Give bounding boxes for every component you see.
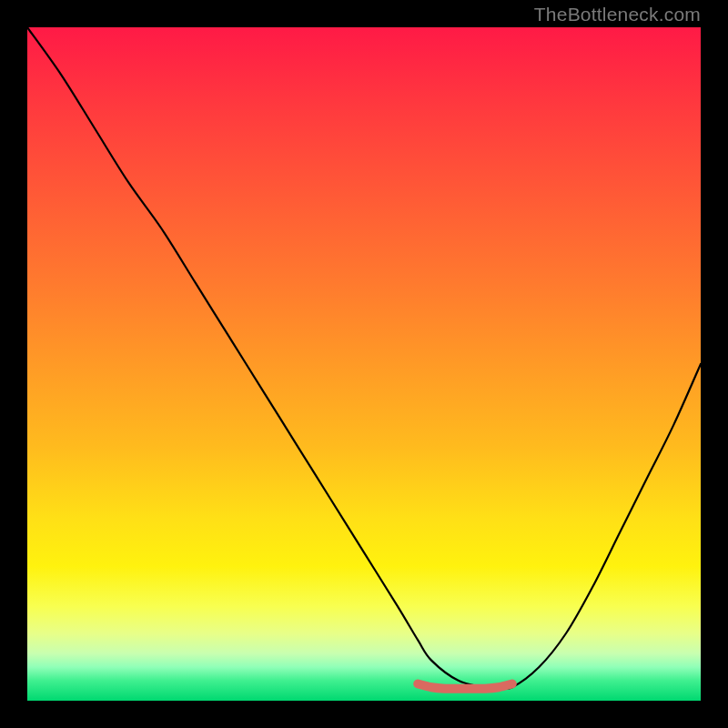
- chart-frame: TheBottleneck.com: [0, 0, 728, 728]
- watermark-text: TheBottleneck.com: [534, 4, 701, 25]
- bottleneck-curve: [27, 27, 701, 689]
- curve-layer: [27, 27, 701, 701]
- optimal-range-marker: [418, 684, 512, 689]
- plot-area: [27, 27, 701, 701]
